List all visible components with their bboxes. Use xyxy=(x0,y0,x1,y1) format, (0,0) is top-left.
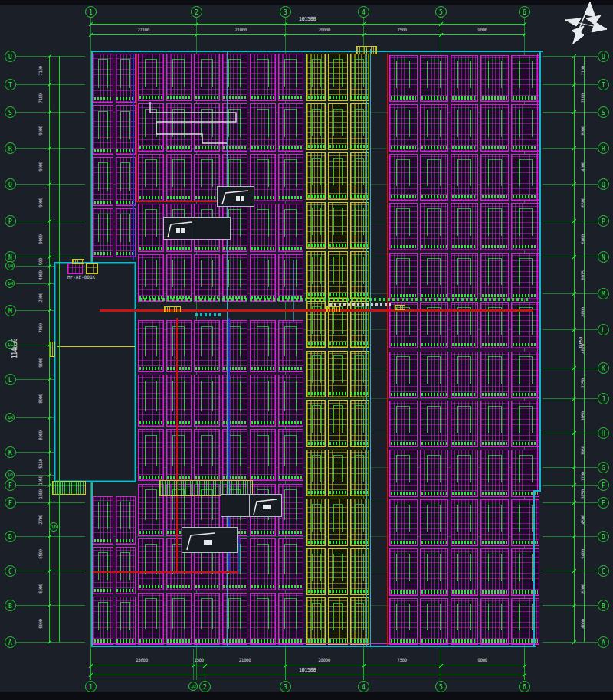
grid-bubble-right-S[interactable]: S xyxy=(598,106,609,118)
rack-block-upper-mid-racks[interactable] xyxy=(138,154,164,201)
rack-block-right-hall-racks[interactable] xyxy=(420,352,448,398)
rack-block-upper-mid-racks[interactable] xyxy=(250,204,276,251)
callout-box-1[interactable] xyxy=(217,186,254,207)
grid-bubble-bottom-4[interactable]: 4 xyxy=(358,681,369,692)
rack-block-yellow-rack-strip[interactable] xyxy=(306,103,326,151)
grid-bubble-bottom-6[interactable]: 6 xyxy=(519,681,530,692)
rack-block-yellow-rack-strip[interactable] xyxy=(328,103,347,151)
grid-bubble-left-D[interactable]: D xyxy=(5,531,16,542)
rack-block-right-hall-racks[interactable] xyxy=(451,253,479,299)
rack-block-right-hall-racks[interactable] xyxy=(389,352,418,398)
grid-bubble-left-M[interactable]: M xyxy=(5,305,16,316)
rack-block-right-hall-racks[interactable] xyxy=(451,499,479,546)
rack-block-yellow-rack-strip[interactable] xyxy=(306,548,326,596)
rack-block-right-hall-racks[interactable] xyxy=(420,55,448,102)
grid-bubble-left-1-N[interactable]: 1/N xyxy=(5,261,15,270)
rack-block-lower-mid-racks[interactable] xyxy=(250,593,276,645)
grid-bubble-bottom-5[interactable]: 5 xyxy=(435,681,447,692)
grid-bubble-right-F[interactable]: F xyxy=(598,479,609,491)
rack-block-right-hall-racks[interactable] xyxy=(451,598,479,645)
annex-room[interactable]: Hr-AE-001K xyxy=(54,262,136,482)
grid-bubble-left-1-M[interactable]: 1/M xyxy=(5,279,15,288)
callout-box-3[interactable] xyxy=(221,494,282,517)
rack-block-upper-mid-racks[interactable] xyxy=(250,254,276,302)
rack-block-right-hall-racks[interactable] xyxy=(480,154,509,201)
rack-block-yellow-rack-strip[interactable] xyxy=(328,152,347,200)
rack-block-lower-mid-racks[interactable] xyxy=(138,429,164,481)
rack-block-yellow-rack-strip[interactable] xyxy=(306,54,326,101)
rack-block-upper-mid-racks[interactable] xyxy=(278,54,304,101)
rack-block-right-hall-racks[interactable] xyxy=(389,548,418,595)
rack-block-lower-mid-racks[interactable] xyxy=(222,320,248,372)
rack-block-lower-mid-racks[interactable] xyxy=(222,375,248,427)
rack-block-lower-mid-racks[interactable] xyxy=(222,429,248,481)
rack-block-right-hall-racks[interactable] xyxy=(389,154,418,201)
rack-block-right-hall-racks[interactable] xyxy=(451,203,479,250)
rack-block-upper-mid-racks[interactable] xyxy=(278,204,304,251)
rack-block-lower-mid-racks[interactable] xyxy=(278,538,304,590)
grid-bubble-top-3[interactable]: 3 xyxy=(280,6,291,18)
grid-bubble-right-G[interactable]: G xyxy=(598,462,609,473)
rack-block-right-hall-racks[interactable] xyxy=(511,598,539,645)
rack-block-lower-mid-racks[interactable] xyxy=(138,375,164,427)
rack-block-right-hall-racks[interactable] xyxy=(420,499,448,546)
rack-block-right-hall-racks[interactable] xyxy=(389,499,418,546)
rack-block-upper-mid-racks[interactable] xyxy=(222,54,248,101)
grid-bubble-left-B[interactable]: B xyxy=(5,600,16,611)
grid-bubble-right-J[interactable]: J xyxy=(598,393,609,404)
rack-block-yellow-rack-strip[interactable] xyxy=(328,450,347,497)
rack-block-lower-mid-racks[interactable] xyxy=(166,320,192,372)
grid-bubble-bottom-2[interactable]: 2 xyxy=(199,681,211,692)
grid-bubble-left-A[interactable]: A xyxy=(5,636,16,648)
rack-block-upper-mid-racks[interactable] xyxy=(194,54,220,101)
rack-block-lower-mid-racks[interactable] xyxy=(250,538,276,590)
rack-block-upper-left-racks[interactable] xyxy=(93,208,113,257)
rack-block-lower-left-racks[interactable] xyxy=(93,597,113,645)
grid-bubble-left-Q[interactable]: Q xyxy=(5,178,16,190)
rack-block-yellow-rack-strip[interactable] xyxy=(328,400,347,447)
rack-block-right-hall-racks[interactable] xyxy=(389,203,418,250)
rack-block-lower-mid-racks[interactable] xyxy=(278,320,304,372)
rack-block-yellow-rack-strip[interactable] xyxy=(306,351,326,398)
rack-block-upper-mid-racks[interactable] xyxy=(250,54,276,101)
grid-bubble-right-P[interactable]: P xyxy=(598,215,609,227)
grid-bubble-top-5[interactable]: 5 xyxy=(435,6,447,18)
rack-block-lower-mid-racks[interactable] xyxy=(278,429,304,481)
rack-block-lower-mid-racks[interactable] xyxy=(138,320,164,372)
rack-block-right-hall-racks[interactable] xyxy=(511,154,539,201)
rack-block-right-hall-racks[interactable] xyxy=(480,352,509,398)
rack-block-lower-mid-racks[interactable] xyxy=(250,320,276,372)
rack-block-lower-mid-racks[interactable] xyxy=(138,593,164,645)
rack-block-right-hall-racks[interactable] xyxy=(511,55,539,102)
rack-block-upper-mid-racks[interactable] xyxy=(138,54,164,101)
rack-block-right-hall-racks[interactable] xyxy=(451,352,479,398)
rack-block-right-hall-racks[interactable] xyxy=(451,104,479,151)
rack-block-yellow-rack-strip[interactable] xyxy=(328,351,347,398)
grid-bubble-right-R[interactable]: R xyxy=(598,142,609,154)
rack-block-upper-left-racks[interactable] xyxy=(93,157,113,206)
rack-block-right-hall-racks[interactable] xyxy=(480,548,509,595)
rack-block-yellow-rack-strip[interactable] xyxy=(306,499,326,546)
rack-block-upper-mid-racks[interactable] xyxy=(278,154,304,201)
grid-bubble-bottom-1[interactable]: 1 xyxy=(85,681,97,692)
rack-block-right-hall-racks[interactable] xyxy=(451,55,479,102)
rack-block-right-hall-racks[interactable] xyxy=(451,450,479,496)
grid-bubble-left-E[interactable]: E xyxy=(5,497,16,509)
rack-block-lower-left-racks[interactable] xyxy=(93,496,113,545)
grid-bubble-right-D[interactable]: D xyxy=(598,531,609,542)
rack-block-upper-mid-racks[interactable] xyxy=(194,154,220,201)
rack-block-right-hall-racks[interactable] xyxy=(480,401,509,447)
rack-block-lower-mid-racks[interactable] xyxy=(194,593,220,645)
rack-block-yellow-rack-strip[interactable] xyxy=(306,301,326,348)
rack-block-upper-mid-racks[interactable] xyxy=(138,204,164,251)
rack-block-lower-mid-racks[interactable] xyxy=(222,593,248,645)
rack-block-right-hall-racks[interactable] xyxy=(389,55,418,102)
rack-block-right-hall-racks[interactable] xyxy=(389,253,418,299)
rack-block-lower-mid-racks[interactable] xyxy=(166,375,192,427)
rack-block-yellow-rack-strip[interactable] xyxy=(328,499,347,546)
rack-block-lower-mid-racks[interactable] xyxy=(166,429,192,481)
callout-box-4[interactable] xyxy=(182,527,238,553)
rack-block-right-hall-racks[interactable] xyxy=(511,253,539,299)
rack-block-yellow-rack-strip[interactable] xyxy=(328,597,347,645)
rack-block-right-hall-racks[interactable] xyxy=(389,401,418,447)
